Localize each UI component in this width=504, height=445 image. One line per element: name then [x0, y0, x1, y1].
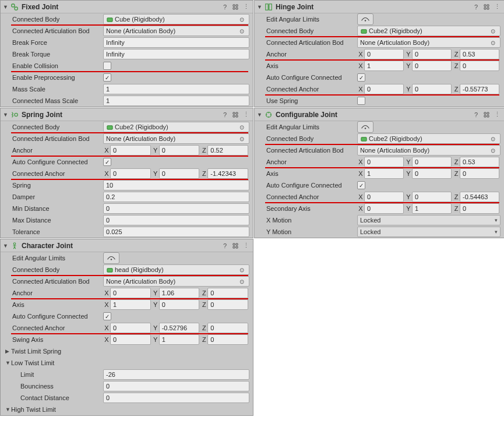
object-picker-icon[interactable]: ⊙ [237, 267, 246, 273]
anchor-y[interactable]: 0 [412, 157, 452, 167]
use-spring-checkbox[interactable] [357, 97, 365, 105]
anchor-y[interactable]: 0 [412, 49, 452, 59]
preset-icon[interactable] [482, 2, 491, 12]
connected-body-field[interactable]: Cube2 (Rigidbody) ⊙ [357, 133, 501, 144]
axis-y[interactable]: 0 [412, 168, 452, 179]
foldout-icon[interactable]: ▼ [257, 4, 263, 10]
twist-limit-spring-foldout[interactable]: ▶ Twist Limit Spring [1, 345, 253, 357]
anchor-z[interactable]: 0.53 [460, 157, 499, 167]
object-picker-icon[interactable]: ⊙ [488, 136, 498, 142]
foldout-icon[interactable]: ▼ [3, 112, 9, 118]
anchor-z[interactable]: 0 [207, 288, 248, 298]
y-motion-dropdown[interactable]: Locked [357, 227, 501, 237]
auto-configure-checkbox[interactable]: ✓ [103, 312, 111, 320]
connected-articulation-field[interactable]: None (Articulation Body) ⊙ [103, 276, 249, 287]
object-picker-icon[interactable]: ⊙ [237, 28, 246, 34]
menu-icon[interactable]: ⋮ [241, 110, 251, 119]
connected-anchor-y[interactable]: -0.52796 [159, 323, 200, 333]
object-picker-icon[interactable]: ⊙ [237, 16, 246, 23]
damper-field[interactable]: 0.2 [103, 192, 249, 202]
auto-configure-checkbox[interactable]: ✓ [103, 158, 111, 166]
menu-icon[interactable]: ⋮ [241, 2, 251, 12]
help-icon[interactable]: ? [471, 2, 481, 12]
axis-x[interactable]: 1 [364, 61, 404, 71]
break-force-field[interactable]: Infinity [103, 37, 249, 48]
min-distance-field[interactable]: 0 [103, 203, 249, 214]
enable-collision-checkbox[interactable] [103, 62, 111, 70]
foldout-icon[interactable]: ▼ [3, 243, 9, 249]
help-icon[interactable]: ? [220, 2, 230, 12]
connected-articulation-field[interactable]: None (Articulation Body) ⊙ [357, 145, 501, 156]
swing-axis-y[interactable]: 1 [159, 334, 200, 345]
connected-body-field[interactable]: head (Rigidbody) ⊙ [103, 264, 249, 275]
anchor-y[interactable]: 0 [159, 145, 200, 156]
tolerance-field[interactable]: 0.025 [103, 227, 249, 237]
high-twist-limit-foldout[interactable]: ▼ High Twist Limit [1, 404, 253, 415]
foldout-icon[interactable]: ▼ [3, 4, 9, 10]
edit-limits-button[interactable] [357, 121, 373, 133]
connected-articulation-field[interactable]: None (Articulation Body) ⊙ [357, 37, 501, 48]
connected-anchor-z[interactable]: 0 [207, 323, 248, 333]
secondary-axis-z[interactable]: 0 [460, 203, 499, 214]
connected-anchor-x[interactable]: 0 [364, 84, 404, 94]
connected-mass-scale-field[interactable]: 1 [103, 96, 249, 106]
menu-icon[interactable]: ⋮ [241, 241, 251, 250]
anchor-x[interactable]: 0 [110, 288, 151, 298]
limit-field[interactable]: -26 [103, 369, 249, 380]
axis-z[interactable]: 0 [460, 61, 499, 71]
preset-icon[interactable] [482, 110, 491, 119]
axis-x[interactable]: 1 [364, 168, 404, 179]
connected-anchor-x[interactable]: 0 [110, 168, 151, 179]
secondary-axis-x[interactable]: 0 [364, 203, 404, 214]
x-motion-dropdown[interactable]: Locked [357, 215, 501, 225]
preset-icon[interactable] [231, 110, 240, 119]
connected-anchor-z[interactable]: -1.42343 [207, 168, 248, 179]
object-picker-icon[interactable]: ⊙ [488, 28, 498, 34]
help-icon[interactable]: ? [220, 110, 230, 119]
axis-y[interactable]: 0 [159, 299, 200, 310]
bounciness-field[interactable]: 0 [103, 381, 249, 391]
contact-distance-field[interactable]: 0 [103, 393, 249, 403]
secondary-axis-y[interactable]: 1 [412, 203, 452, 214]
connected-articulation-field[interactable]: None (Articulation Body) ⊙ [103, 133, 249, 144]
connected-anchor-z[interactable]: -0.55773 [460, 84, 499, 94]
object-picker-icon[interactable]: ⊙ [237, 124, 246, 130]
axis-x[interactable]: 1 [110, 299, 151, 310]
connected-anchor-y[interactable]: 0 [412, 84, 452, 94]
mass-scale-field[interactable]: 1 [103, 84, 249, 94]
edit-limits-button[interactable] [103, 252, 119, 264]
connected-body-field[interactable]: Cube2 (Rigidbody) ⊙ [103, 122, 249, 132]
connected-anchor-x[interactable]: 0 [110, 323, 151, 333]
connected-articulation-field[interactable]: None (Articulation Body) ⊙ [103, 26, 249, 36]
connected-body-field[interactable]: Cube (Rigidbody) ⊙ [103, 14, 249, 24]
preset-icon[interactable] [231, 241, 240, 250]
connected-anchor-y[interactable]: 0 [412, 192, 452, 202]
connected-anchor-z[interactable]: -0.54463 [460, 192, 499, 202]
swing-axis-z[interactable]: 0 [207, 334, 248, 345]
auto-configure-checkbox[interactable]: ✓ [357, 73, 365, 82]
connected-anchor-y[interactable]: 0 [159, 168, 200, 179]
anchor-x[interactable]: 0 [364, 157, 404, 167]
axis-z[interactable]: 0 [207, 299, 248, 310]
max-distance-field[interactable]: 0 [103, 215, 249, 225]
auto-configure-checkbox[interactable]: ✓ [357, 181, 365, 189]
edit-limits-button[interactable] [357, 13, 373, 25]
help-icon[interactable]: ? [220, 241, 230, 250]
preset-icon[interactable] [231, 2, 240, 12]
foldout-icon[interactable]: ▼ [257, 112, 263, 118]
enable-preprocessing-checkbox[interactable]: ✓ [103, 73, 111, 82]
menu-icon[interactable]: ⋮ [492, 110, 502, 119]
axis-z[interactable]: 0 [460, 168, 499, 179]
connected-body-field[interactable]: Cube2 (Rigidbody) ⊙ [357, 26, 501, 36]
anchor-x[interactable]: 0 [110, 145, 151, 156]
break-torque-field[interactable]: Infinity [103, 49, 249, 59]
object-picker-icon[interactable]: ⊙ [488, 147, 498, 154]
spring-field[interactable]: 10 [103, 180, 249, 190]
anchor-y[interactable]: 1.06 [159, 288, 200, 298]
anchor-z[interactable]: 0.53 [460, 49, 499, 59]
anchor-z[interactable]: 0.52 [207, 145, 248, 156]
anchor-x[interactable]: 0 [364, 49, 404, 59]
low-twist-limit-foldout[interactable]: ▼ Low Twist Limit [1, 357, 253, 369]
connected-anchor-x[interactable]: 0 [364, 192, 404, 202]
axis-y[interactable]: 0 [412, 61, 452, 71]
